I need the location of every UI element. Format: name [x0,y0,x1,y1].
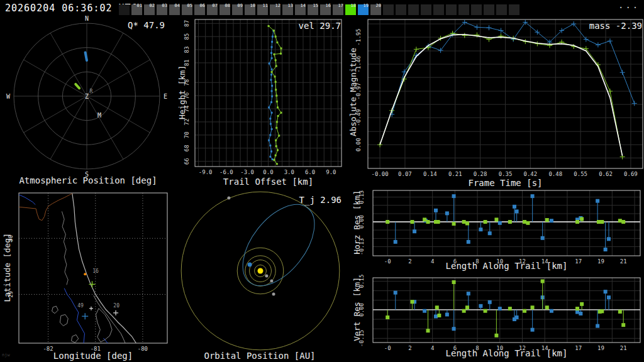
frame-slot-empty[interactable] [496,4,507,15]
svg-text:85: 85 [184,33,190,40]
svg-text:0.69: 0.69 [624,171,638,177]
frame-button-05[interactable]: 05 [182,4,192,15]
frame-slot-empty[interactable] [471,4,482,15]
longitude-axis-label: Longitude [deg] [19,351,167,361]
frame-button-17[interactable]: 17 [333,4,343,15]
river-north [19,195,35,205]
overflow-menu-button[interactable]: ... [618,0,640,10]
frame-button-03[interactable]: 03 [157,4,167,15]
frame-button-12[interactable]: 12 [270,4,280,15]
svg-text:0.14: 0.14 [423,171,437,177]
magnitude-axis-label: Absolute Magnitude [348,48,358,136]
frame-button-09[interactable]: 09 [232,4,243,15]
frame-slot-empty[interactable] [408,4,419,15]
svg-text:70: 70 [184,131,190,138]
svg-text:M: M [97,112,101,119]
frame-button-04[interactable]: 04 [169,4,180,15]
orbital-position-title: Orbital Position [AU] [176,351,343,361]
atmospheric-position-title: Atmospheric Position [deg] [0,175,176,185]
frame-slot-empty[interactable] [484,4,494,15]
svg-text:0.35: 0.35 [499,171,513,177]
planet-venus [270,279,273,282]
frame-button-13[interactable]: 13 [282,4,293,15]
frame-button-11[interactable]: 11 [257,4,268,15]
light-curve-plot: -0.000.070.140.210.280.350.420.480.550.6… [343,16,644,187]
frame-button-10[interactable]: 10 [245,4,255,15]
frame-button-16[interactable]: 16 [320,4,331,15]
frame-number-label: 16 [326,3,331,8]
svg-text:0.62: 0.62 [599,171,613,177]
planet-mars [272,293,275,296]
frame-button-15[interactable]: 15 [308,4,318,15]
frame-slot-empty[interactable] [509,4,519,15]
svg-text:E: E [164,93,167,100]
trail-offset-plot: -9.0-6.0-3.00.03.06.09.06668707274767881… [176,16,343,187]
series-station-green [386,217,625,226]
svg-text:-1.95: -1.95 [355,29,362,46]
svg-text:-3.0: -3.0 [240,169,254,175]
frame-button-01[interactable]: 01 [131,4,142,15]
frame-slot-empty[interactable] [446,4,457,15]
svg-text:3.0: 3.0 [284,169,294,175]
panel-atmospheric-position: NSEWZRM Q* 47.9 Atmospheric Position [de… [0,16,176,187]
frame-number-label: 09 [238,3,243,8]
series-station-green [377,31,625,160]
frame-slot-empty[interactable] [383,4,394,15]
frame-number-label: 03 [162,3,167,8]
frame-slot-empty [119,4,130,15]
svg-text:83: 83 [184,47,190,53]
frame-number-label: 02 [150,3,155,8]
svg-text:0.21: 0.21 [448,171,462,177]
frame-number-label: 06 [200,3,205,8]
island-1 [52,306,58,314]
meteoroid-position [248,263,252,267]
panel-trail-offset: -9.0-6.0-3.00.03.06.09.06668707274767881… [176,16,343,187]
frame-slot-empty[interactable] [396,4,406,15]
height-axis-label: Height [km] [177,65,187,119]
station-green-track [75,84,79,88]
frame-button-20[interactable]: 20 [370,4,381,15]
ground-track-map: -82-81-802930164920 [0,187,176,362]
frame-slot-empty[interactable] [421,4,431,15]
frame-button-19[interactable]: 19 [358,4,369,15]
svg-text:0.42: 0.42 [524,171,538,177]
frame-number-label: 17 [338,3,343,8]
meteor-analysis-app: 20260204 06:36:02 UTC 010203040506070809… [0,0,644,362]
frame-button-07[interactable]: 07 [207,4,218,15]
vert-res-xaxis-label: Length Along Trail [km] [373,348,640,358]
svg-text:N: N [85,16,89,22]
frame-number-label: 15 [313,3,318,8]
frame-number-label: 01 [137,3,142,8]
svg-text:Z: Z [85,93,89,100]
frame-button-06[interactable]: 06 [194,4,205,15]
map-features: 164920 [19,194,136,343]
frame-number-label: 20 [376,3,381,8]
svg-text:72: 72 [184,119,190,126]
timestamp: 20260204 06:36:02 UTC [5,3,138,14]
svg-text:0.00: 0.00 [355,138,362,151]
frame-button-02[interactable]: 02 [144,4,155,15]
frame-slot-empty[interactable] [458,4,469,15]
frame-button-18[interactable]: 18 [345,4,356,15]
svg-text:0.0: 0.0 [263,169,273,175]
svg-text:66: 66 [184,158,190,165]
vert-res-axis-label: Vert Res [km] [352,277,362,341]
comet-orbit [229,192,329,299]
svg-text:68: 68 [184,145,190,151]
coastline [72,194,136,343]
series-station-blue [268,30,274,160]
river-st-johns [64,288,84,343]
svg-text:W: W [6,93,11,100]
watermark: njw [2,353,10,358]
svg-text:16: 16 [92,268,99,274]
q-star-stat: Q* 47.9 [128,20,165,30]
frame-button-08[interactable]: 08 [219,4,230,15]
svg-text:0.07: 0.07 [398,171,412,177]
latitude-axis-label: Latitude [deg] [3,233,12,302]
state-boundary [19,194,72,221]
frame-button-14[interactable]: 14 [295,4,306,15]
frame-number-label: 07 [213,3,218,8]
svg-text:0.48: 0.48 [548,171,562,177]
frame-slot-empty[interactable] [433,4,444,15]
svg-text:6.0: 6.0 [305,169,315,175]
